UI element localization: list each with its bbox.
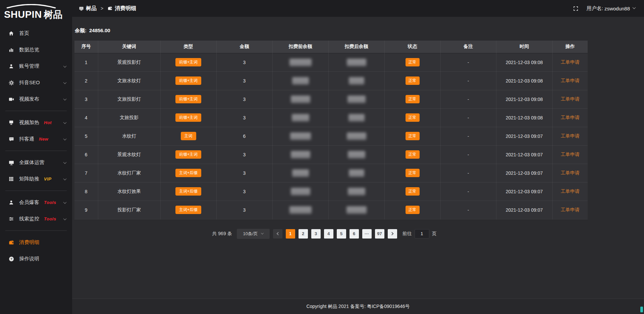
- sidebar-item-data-overview[interactable]: 数据总览: [0, 42, 72, 58]
- keyword-cell: 文旅水纹灯: [98, 71, 160, 90]
- type-badge: 前缀+主词: [175, 76, 201, 85]
- page-button-2[interactable]: 2: [299, 229, 308, 239]
- prev-page-button[interactable]: [273, 229, 282, 239]
- type-badge: 主词+后缀: [175, 187, 201, 195]
- monitor-icon: [8, 159, 14, 166]
- breadcrumb-item-home[interactable]: 树品: [79, 5, 97, 12]
- sidebar-item-douketong[interactable]: 抖客通New: [0, 131, 72, 147]
- redacted-value: [349, 77, 364, 85]
- sidebar-item-video-heating[interactable]: 视频加热Hot: [0, 114, 72, 131]
- index-cell: 2: [74, 71, 98, 90]
- topbar-right: 用户名: zswodun88: [573, 5, 635, 12]
- help-icon: ?: [8, 256, 14, 262]
- remark-cell: -: [440, 90, 496, 108]
- amount-cell: 3: [216, 182, 272, 201]
- redacted-value: [290, 133, 311, 140]
- goto-suffix: 页: [432, 231, 437, 237]
- content: 余额:24856.00 序号关键词类型金额扣费前余额扣费后余额状态备注时间操作 …: [72, 17, 644, 299]
- divider: [5, 151, 67, 151]
- next-page-button[interactable]: [388, 229, 397, 239]
- amount-cell: 6: [216, 127, 272, 145]
- balance-before-cell: [272, 108, 328, 127]
- keyword-cell: 水纹灯厂家: [98, 164, 160, 182]
- work-order-link[interactable]: 工单申请: [561, 115, 580, 120]
- status-badge: 正常: [406, 95, 420, 103]
- index-cell: 3: [74, 90, 98, 108]
- copyright-text: Copyright 树品 2021 备案号: 粤ICP备09019646号: [306, 304, 410, 310]
- amount-cell: 3: [216, 164, 272, 182]
- work-order-link[interactable]: 工单申请: [561, 96, 580, 102]
- keyword-cell: 景观水纹灯: [98, 145, 160, 164]
- sidebar-item-tag: New: [39, 137, 48, 142]
- balance-before-cell: [272, 145, 328, 164]
- user-menu[interactable]: 用户名: zswodun88: [587, 5, 635, 12]
- goto-page-input[interactable]: [415, 229, 429, 239]
- brand-logo[interactable]: SHUPIN 树品: [0, 0, 72, 25]
- keyword-cell: 文旅投影灯: [98, 90, 160, 108]
- sidebar-item-consumption-details[interactable]: 消费明细: [0, 234, 72, 251]
- column-header-4: 扣费前余额: [272, 41, 328, 53]
- remark-cell: -: [440, 53, 496, 71]
- action-cell: 工单申请: [552, 201, 588, 219]
- work-order-link[interactable]: 工单申请: [561, 207, 580, 212]
- sidebar-item-label: 账号管理: [19, 63, 39, 69]
- work-order-link[interactable]: 工单申请: [561, 78, 580, 83]
- type-badge: 主词+后缀: [175, 206, 201, 214]
- type-cell: 主词: [160, 127, 216, 145]
- balance-after-cell: [328, 108, 384, 127]
- work-order-link[interactable]: 工单申请: [561, 170, 580, 175]
- screen-icon: [8, 119, 14, 126]
- status-badge: 正常: [406, 169, 420, 177]
- work-order-link[interactable]: 工单申请: [561, 59, 580, 65]
- status-cell: 正常: [384, 145, 440, 164]
- action-cell: 工单申请: [552, 145, 588, 164]
- balance-after-cell: [328, 182, 384, 201]
- time-cell: 2021-12-03 09:07: [496, 164, 552, 182]
- user-icon: [8, 63, 14, 69]
- column-header-9: 操作: [552, 41, 588, 53]
- status-cell: 正常: [384, 164, 440, 182]
- page-button-3[interactable]: 3: [311, 229, 321, 239]
- balance-before-cell: [272, 182, 328, 201]
- table-body: 1景观投影灯前缀+主词3正常-2021-12-03 09:08工单申请2文旅水纹…: [74, 53, 588, 219]
- time-cell: 2021-12-03 09:07: [496, 127, 552, 145]
- chevron-down-icon: [63, 160, 67, 164]
- sidebar-item-video-publish[interactable]: 视频发布: [0, 91, 72, 107]
- balance-before-cell: [272, 201, 328, 219]
- username-label: 用户名:: [587, 5, 603, 12]
- page-button-4[interactable]: 4: [324, 229, 333, 239]
- divider: [5, 230, 67, 231]
- breadcrumb-item-current[interactable]: 消费明细: [107, 5, 136, 12]
- balance-before-cell: [272, 127, 328, 145]
- sidebar-item-matrix-boost[interactable]: 矩阵助推VIP: [0, 171, 72, 187]
- svg-text:?: ?: [10, 257, 12, 261]
- work-order-link[interactable]: 工单申请: [561, 133, 580, 139]
- sidebar-item-lead-monitoring[interactable]: 线索监控Tools: [0, 211, 72, 227]
- page-button-1[interactable]: 1: [286, 229, 295, 239]
- type-cell: 前缀+主词: [160, 53, 216, 71]
- wallet-icon: [107, 6, 113, 11]
- table-header-row: 序号关键词类型金额扣费前余额扣费后余额状态备注时间操作: [74, 41, 588, 53]
- index-cell: 5: [74, 127, 98, 145]
- fullscreen-icon[interactable]: [573, 6, 579, 11]
- type-badge: 前缀+主词: [175, 113, 201, 121]
- page-button-5[interactable]: 5: [337, 229, 346, 239]
- status-badge: 正常: [406, 132, 420, 140]
- chevron-down-icon: [63, 120, 67, 124]
- sidebar-item-home[interactable]: 首页: [0, 25, 72, 42]
- type-cell: 前缀+主词: [160, 71, 216, 90]
- work-order-link[interactable]: 工单申请: [561, 189, 580, 194]
- sidebar-item-all-media-operation[interactable]: 全媒体运营: [0, 154, 72, 171]
- sidebar-item-label: 消费明细: [19, 239, 39, 246]
- sidebar-item-account-management[interactable]: 账号管理: [0, 58, 72, 74]
- page-button-97[interactable]: 97: [375, 229, 384, 239]
- page-button-6[interactable]: 6: [350, 229, 359, 239]
- remark-cell: -: [440, 71, 496, 90]
- sidebar-item-member-marketing[interactable]: 会员爆客Tools: [0, 194, 72, 211]
- time-cell: 2021-12-03 09:08: [496, 53, 552, 71]
- more-pages-button[interactable]: ···: [362, 229, 372, 239]
- sidebar-item-operation-guide[interactable]: ?操作说明: [0, 251, 72, 267]
- page-size-select[interactable]: 10条/页: [237, 229, 270, 239]
- work-order-link[interactable]: 工单申请: [561, 152, 580, 157]
- sidebar-item-douyin-seo[interactable]: 抖音SEO: [0, 74, 72, 91]
